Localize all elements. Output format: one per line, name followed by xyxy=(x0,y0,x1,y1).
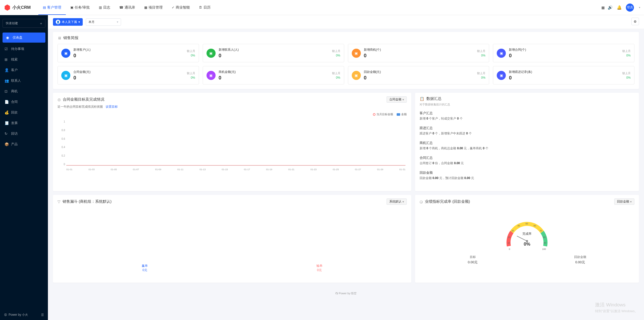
summary-item-text: 回款金额 0.00 元，预计回款金额 0.00 元 xyxy=(420,176,634,180)
sidebar-icon: ⊡ xyxy=(5,89,9,93)
gauge-metric-select[interactable]: 回款金额 ▾ xyxy=(614,198,634,205)
scope-label: 本人及下属 xyxy=(62,20,77,24)
sidebar-item-6[interactable]: 📄合同 xyxy=(0,97,48,107)
y-tick: 1 xyxy=(57,120,65,123)
sidebar-item-1[interactable]: ☑待办事项 xyxy=(0,44,48,54)
sidebar-icon: ⊞ xyxy=(5,57,9,62)
nav-tab-0[interactable]: ▤客户管理 xyxy=(38,0,66,15)
stat-icon: ▣ xyxy=(61,71,70,80)
gauge-amount-label: 回款金额 xyxy=(574,255,586,259)
y-tick: 0 xyxy=(57,163,65,166)
sidebar-icon: ↻ xyxy=(5,132,9,136)
summary-item-text: 新增 0 个客户，转成交客户 0 个 xyxy=(420,117,634,121)
nav-label: 项目管理 xyxy=(149,5,163,10)
nav-tab-5[interactable]: ✓商业智能 xyxy=(167,0,194,15)
sidebar-item-10[interactable]: 📦产品 xyxy=(0,139,48,150)
nav-tab-3[interactable]: ☎通讯录 xyxy=(115,0,140,15)
settings-button[interactable]: ⚙ xyxy=(631,18,639,25)
sidebar-item-2[interactable]: ⊞线索 xyxy=(0,54,48,65)
user-avatar[interactable]: 理员 xyxy=(626,4,634,12)
stat-icon: ▣ xyxy=(61,49,70,58)
summary-item-title: 客户汇总 xyxy=(420,111,634,115)
stat-card-6[interactable]: ▣回款金额(元)0较上月0% xyxy=(348,66,489,84)
sidebar-item-5[interactable]: ⊡商机 xyxy=(0,86,48,97)
toolbar: 👤 本人及下属 ▾ 本月 ▾ ⚙ xyxy=(48,15,644,29)
logo[interactable]: 小火CRM xyxy=(4,4,31,11)
stat-card-2[interactable]: ▣新增商机(个)0较上月0% xyxy=(348,44,489,62)
stat-value: 0 xyxy=(364,53,381,59)
funnel-win: 赢单 0元 xyxy=(142,264,148,272)
nav-tab-2[interactable]: ▥日志 xyxy=(94,0,115,15)
stat-pct: 0% xyxy=(332,54,340,57)
sidebar-label: 商机 xyxy=(11,89,18,94)
stat-icon: ▣ xyxy=(207,49,216,58)
set-target-link[interactable]: 设置目标 xyxy=(106,105,118,108)
nav-tab-1[interactable]: ▣任务/审批 xyxy=(66,0,94,15)
stat-card-4[interactable]: ▣合同金额(元)0较上月0% xyxy=(57,66,199,84)
grid-icon: ▦ xyxy=(601,6,605,10)
sidebar-footer: ⦿ Power by 小火 ☰ xyxy=(0,310,48,320)
nav-icon: ▥ xyxy=(99,6,102,9)
svg-text:50: 50 xyxy=(525,222,528,225)
stat-icon: ▣ xyxy=(207,71,216,80)
summary-item-4: 回款金额回款金额 0.00 元，预计回款金额 0.00 元 xyxy=(420,168,634,183)
chart-metric-select[interactable]: 合同金额 ▾ xyxy=(387,96,407,103)
chevron-down-icon[interactable]: ▾ xyxy=(639,6,640,9)
sidebar-item-3[interactable]: 👤客户 xyxy=(0,65,48,75)
stat-card-7[interactable]: ▣新增跟进记录(条)0较上月0% xyxy=(493,66,634,84)
x-tick: 01-31 xyxy=(399,168,405,171)
svg-line-11 xyxy=(517,236,527,241)
stat-label: 合同金额(元) xyxy=(73,70,91,74)
quick-create-button[interactable]: 快速创建 + xyxy=(3,19,45,28)
contract-chart-title: 合同金额目标及完成情况 xyxy=(63,97,104,102)
period-label: 本月 xyxy=(89,20,95,24)
funnel-group-select[interactable]: 系统默认 ▾ xyxy=(387,198,407,205)
sidebar-item-8[interactable]: 🧾发票 xyxy=(0,118,48,128)
sidebar-label: 合同 xyxy=(11,100,18,104)
stat-pct: 0% xyxy=(332,76,340,79)
gauge-card: ◶ 业绩指标完成率 (回款金额) 回款金额 ▾ xyxy=(415,195,639,283)
nav-tab-6[interactable]: 🗓日历 xyxy=(194,0,215,15)
sidebar-icon: 🧾 xyxy=(5,121,9,125)
header: 小火CRM ▤客户管理▣任务/审批▥日志☎通讯录▦项目管理✓商业智能🗓日历 ▦ … xyxy=(0,0,644,15)
stat-card-5[interactable]: ▣商机金额(元)0较上月0% xyxy=(203,66,344,84)
sidebar-item-9[interactable]: ↻回访 xyxy=(0,128,48,139)
svg-text:90: 90 xyxy=(544,242,546,244)
header-right: 🔊 🔔 理员 ▾ xyxy=(608,4,640,12)
sidebar-label: 联系人 xyxy=(11,78,21,83)
apps-button[interactable]: ▦ xyxy=(598,0,608,15)
chart-area: 10.80.60.40.20 01-0101-0301-0501-0701-09… xyxy=(57,120,407,171)
sidebar-item-0[interactable]: ◉仪表盘 xyxy=(3,33,45,43)
sound-icon[interactable]: 🔊 xyxy=(608,5,613,10)
stat-icon: ▣ xyxy=(497,71,506,80)
summary-item-title: 合同汇总 xyxy=(420,156,634,160)
stat-pct: 0% xyxy=(187,54,195,57)
gauge-target-value: 0.00元 xyxy=(468,260,477,265)
stat-compare: 较上月 xyxy=(477,49,485,53)
y-tick: 0.6 xyxy=(57,137,65,140)
period-select[interactable]: 本月 ▾ xyxy=(86,18,121,26)
stat-value: 0 xyxy=(73,75,91,81)
stat-card-3[interactable]: ▣新增合同(个)0较上月0% xyxy=(493,44,634,62)
stat-label: 新增商机(个) xyxy=(364,48,381,52)
stat-value: 0 xyxy=(219,75,236,81)
bell-icon[interactable]: 🔔 xyxy=(617,5,622,10)
sidebar-item-7[interactable]: 💰回款 xyxy=(0,107,48,118)
legend-square-icon xyxy=(397,113,400,116)
sidebar-label: 产品 xyxy=(11,142,18,147)
stat-card-0[interactable]: ▣新增客户(人)0较上月0% xyxy=(57,44,199,62)
nav-tab-4[interactable]: ▦项目管理 xyxy=(140,0,167,15)
stat-card-1[interactable]: ▣新增联系人(人)0较上月0% xyxy=(203,44,344,62)
scope-select[interactable]: 👤 本人及下属 ▾ xyxy=(53,18,83,26)
chevron-down-icon: ▾ xyxy=(402,200,404,203)
sidebar-icon: 👥 xyxy=(5,79,9,83)
chart-legend: 当月目标金额 金额 xyxy=(53,111,411,118)
collapse-icon[interactable]: ☰ xyxy=(41,313,44,317)
sidebar-item-4[interactable]: 👥联系人 xyxy=(0,75,48,86)
sidebar-label: 线索 xyxy=(11,57,18,62)
nav-icon: ▤ xyxy=(43,6,46,9)
plus-icon: + xyxy=(40,21,42,25)
chevron-down-icon: ▾ xyxy=(630,200,632,203)
x-tick: 01-01 xyxy=(66,168,72,171)
stat-label: 商机金额(元) xyxy=(219,70,236,74)
